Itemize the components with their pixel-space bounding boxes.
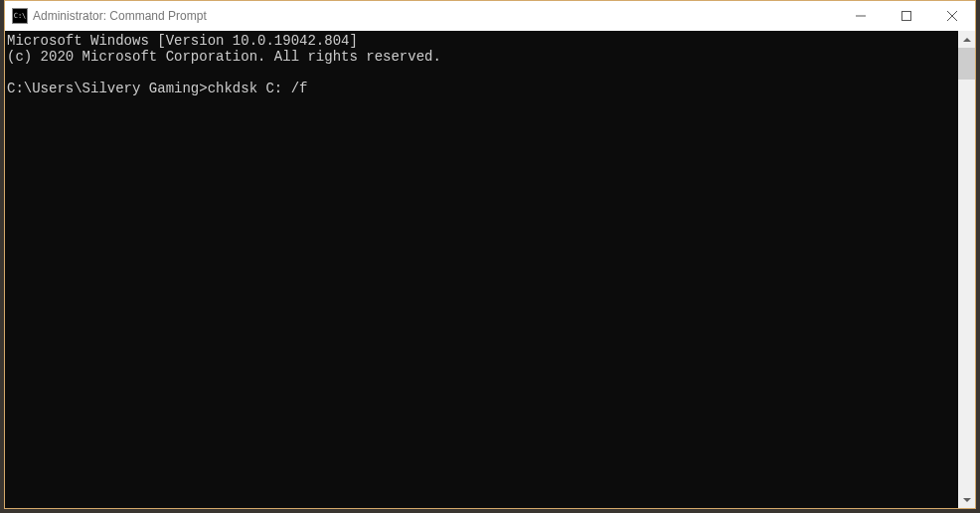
- maximize-icon: [901, 11, 911, 21]
- window-controls: [838, 1, 975, 31]
- window-title: Administrator: Command Prompt: [33, 9, 838, 23]
- cmd-window: C:\ Administrator: Command Prompt: [4, 0, 976, 509]
- terminal-command: chkdsk C: /f: [208, 81, 308, 96]
- scroll-track[interactable]: [958, 48, 975, 491]
- minimize-button[interactable]: [838, 1, 884, 31]
- close-icon: [947, 11, 957, 21]
- terminal-line: (c) 2020 Microsoft Corporation. All righ…: [7, 49, 441, 65]
- terminal-prompt: C:\Users\Silvery Gaming>: [7, 81, 208, 96]
- svg-marker-5: [963, 498, 971, 502]
- terminal-line: Microsoft Windows [Version 10.0.19042.80…: [7, 33, 358, 49]
- scroll-up-button[interactable]: [958, 31, 975, 48]
- maximize-button[interactable]: [884, 1, 929, 31]
- terminal-output[interactable]: Microsoft Windows [Version 10.0.19042.80…: [5, 31, 958, 508]
- close-button[interactable]: [929, 1, 975, 31]
- svg-rect-1: [902, 12, 911, 21]
- chevron-down-icon: [963, 498, 971, 502]
- chevron-up-icon: [963, 38, 971, 42]
- svg-marker-4: [963, 38, 971, 42]
- titlebar[interactable]: C:\ Administrator: Command Prompt: [5, 1, 975, 31]
- client-area: Microsoft Windows [Version 10.0.19042.80…: [5, 31, 975, 508]
- terminal-cursor: [307, 83, 315, 96]
- cmd-icon: C:\: [12, 8, 28, 24]
- cmd-icon-text: C:\: [14, 13, 27, 20]
- scroll-down-button[interactable]: [958, 491, 975, 508]
- scroll-thumb[interactable]: [958, 48, 975, 80]
- minimize-icon: [856, 11, 866, 21]
- vertical-scrollbar[interactable]: [958, 31, 975, 508]
